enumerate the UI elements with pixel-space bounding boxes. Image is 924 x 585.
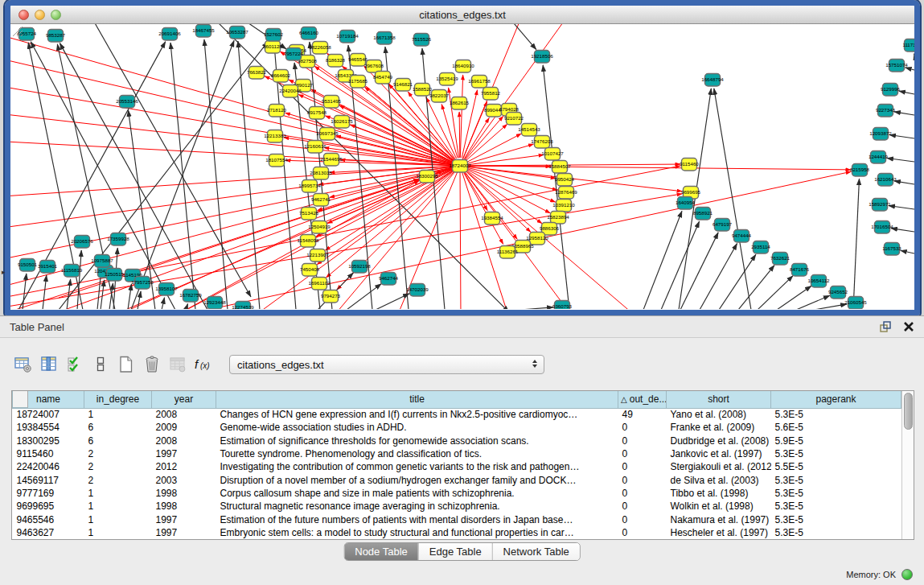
graph-edge[interactable] <box>719 254 756 309</box>
graph-edge[interactable] <box>468 164 680 166</box>
graph-node[interactable]: 18467455 <box>192 25 215 38</box>
table-cell[interactable]: 0 <box>618 473 667 486</box>
graph-edge[interactable] <box>894 112 914 115</box>
column-header-year[interactable]: year <box>152 391 216 408</box>
graph-node[interactable]: 9245652 <box>828 286 848 299</box>
table-cell[interactable]: 0 <box>618 435 667 447</box>
graph-node[interactable]: 15751074 <box>885 60 908 72</box>
table-cell[interactable]: 2009 <box>152 421 216 434</box>
column-header-name[interactable]: name <box>13 391 84 408</box>
graph-node[interactable]: 9360793 <box>552 301 573 310</box>
graph-edge[interactable] <box>332 166 460 309</box>
table-cell[interactable]: 5.6E-5 <box>771 421 901 434</box>
table-row[interactable]: 1938455462009Genome-wide association stu… <box>13 421 901 434</box>
graph-edge[interactable] <box>43 275 47 309</box>
graph-node[interactable]: 18107554 <box>265 154 288 167</box>
graph-node[interactable]: 19384554 <box>481 212 503 225</box>
table-cell[interactable]: 9777169 <box>13 487 84 500</box>
table-cell[interactable]: 22420046 <box>13 460 84 473</box>
table-cell[interactable]: Embryonic stem cells: a model to study s… <box>216 526 618 539</box>
column-header-title[interactable]: title <box>216 391 618 408</box>
table-cell[interactable]: Stergiakouli et al. (2012) <box>667 460 771 473</box>
table-cell[interactable]: 1 <box>84 408 152 421</box>
table-cell[interactable]: 6 <box>84 421 152 434</box>
graph-edge[interactable] <box>138 291 141 309</box>
table-cell[interactable]: 19384554 <box>13 421 84 434</box>
graph-edge[interactable] <box>91 24 251 297</box>
table-cell[interactable]: Estimation of the future numbers of pati… <box>216 513 618 525</box>
graph-edge[interactable] <box>889 206 914 209</box>
graph-node[interactable]: 2935114 <box>751 241 770 254</box>
table-settings-button[interactable] <box>13 354 33 376</box>
graph-node[interactable]: 16961102 <box>308 278 331 290</box>
graph-node[interactable]: 7515526 <box>412 34 432 47</box>
graph-node[interactable]: 13958107 <box>155 283 178 296</box>
graph-node[interactable]: 11136261 <box>497 246 519 259</box>
table-cell[interactable]: Structural magnetic resonance image aver… <box>216 500 618 513</box>
column-header-in-degree[interactable]: in_degree <box>84 391 152 408</box>
table-cell[interactable]: 2 <box>84 460 152 473</box>
table-cell[interactable]: Tibbo et al. (1998) <box>667 487 771 500</box>
graph-edge[interactable] <box>376 294 409 309</box>
graph-edge[interactable] <box>464 173 503 245</box>
float-panel-icon[interactable] <box>879 320 892 333</box>
graph-node[interactable]: 11156819 <box>61 265 83 278</box>
graph-edge[interactable] <box>796 295 830 309</box>
graph-edge[interactable] <box>186 303 188 309</box>
tab-edge-table[interactable]: Edge Table <box>418 543 492 560</box>
table-row[interactable]: 1830029562008Estimation of significance … <box>13 435 901 447</box>
graph-edge[interactable] <box>460 75 462 158</box>
graph-node[interactable]: 20206576 <box>71 236 93 249</box>
show-columns-button[interactable] <box>39 354 59 376</box>
graph-edge[interactable] <box>700 244 737 309</box>
table-row[interactable]: 946554611997Estimation of the future num… <box>13 513 901 525</box>
graph-node[interactable]: 9794273 <box>321 290 341 303</box>
graph-node[interactable]: 9150501 <box>18 259 38 272</box>
graph-node[interactable]: 21060545 <box>844 297 867 310</box>
table-cell[interactable]: 9465546 <box>13 513 84 525</box>
table-cell[interactable]: 6 <box>84 435 152 447</box>
graph-node[interactable]: 14514543 <box>518 124 540 137</box>
graph-edge[interactable] <box>758 276 793 309</box>
graph-edge[interactable] <box>468 167 558 190</box>
network-graph[interactable]: 1872400786011288912954182260589827508818… <box>10 24 914 309</box>
graph-node[interactable]: 8454749 <box>373 72 393 84</box>
column-header-pagerank[interactable]: pagerank <box>771 391 901 408</box>
table-cell[interactable]: Franke et al. (2009) <box>667 421 771 434</box>
graph-node[interactable]: 17476203 <box>531 136 553 149</box>
graph-edge[interactable] <box>887 158 914 162</box>
table-cell[interactable]: 1997 <box>152 513 216 525</box>
table-cell[interactable]: 2 <box>84 447 152 460</box>
graph-node[interactable]: 18640910 <box>452 60 474 73</box>
table-row[interactable]: 977716911998Corpus callosum shape and si… <box>13 487 901 500</box>
table-cell[interactable]: 1997 <box>152 447 216 460</box>
table-cell[interactable]: 5.3E-5 <box>771 408 901 421</box>
graph-node[interactable]: 16782759 <box>179 290 202 303</box>
graph-node[interactable]: 9531495 <box>322 96 342 109</box>
table-cell[interactable]: 2003 <box>152 473 216 486</box>
graph-node[interactable]: 1640954 <box>676 197 696 210</box>
apply-functions-button[interactable] <box>64 354 84 376</box>
graph-edge[interactable] <box>460 24 573 166</box>
graph-node[interactable]: 8601128 <box>263 41 282 54</box>
table-cell[interactable]: Hescheler et al. (1997) <box>667 526 771 539</box>
table-cell[interactable]: Disruption of a novel member of a sodium… <box>216 473 618 486</box>
table-cell[interactable]: 0 <box>618 526 667 539</box>
graph-node[interactable]: 7663822 <box>247 67 267 80</box>
graph-edge[interactable] <box>643 211 682 309</box>
graph-node[interactable]: 7955812 <box>481 88 501 101</box>
table-cell[interactable]: Jankovic et al. (1997) <box>667 447 771 460</box>
graph-edge[interactable] <box>131 40 234 309</box>
network-canvas[interactable]: 1872400786011288912954182260589827508818… <box>10 24 914 309</box>
graph-node[interactable]: 17016504 <box>871 221 893 234</box>
graph-edge[interactable] <box>468 166 851 170</box>
graph-node[interactable]: 15892971 <box>869 199 891 212</box>
graph-node[interactable]: 12213383 <box>264 130 286 143</box>
column-header-short[interactable]: short <box>667 391 771 408</box>
graph-edge[interactable] <box>894 181 914 184</box>
graph-edge[interactable] <box>899 91 914 94</box>
graph-node[interactable]: 18226058 <box>309 42 331 55</box>
window-resize-grip[interactable] <box>10 24 23 37</box>
graph-node[interactable]: 10107427 <box>541 148 564 161</box>
graph-node[interactable]: 8186328 <box>326 55 346 68</box>
